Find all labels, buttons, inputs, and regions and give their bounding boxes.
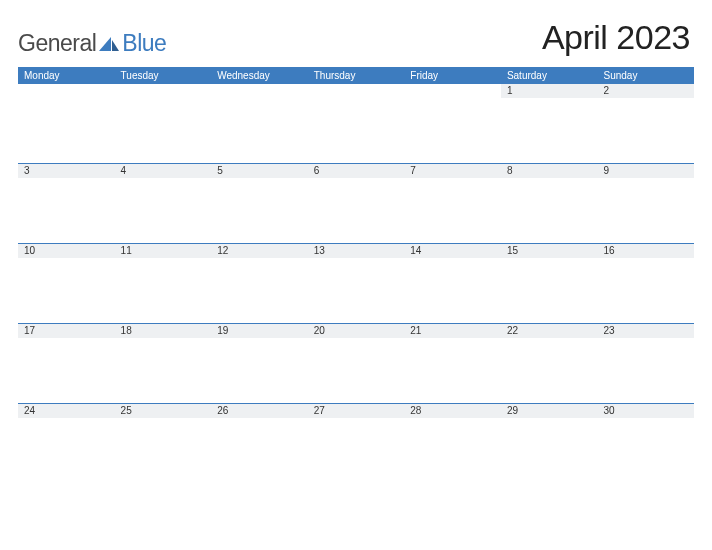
day-cell: 22: [501, 324, 598, 403]
day-number: 4: [121, 165, 127, 176]
day-cell: 24: [18, 404, 115, 483]
dow-thursday: Thursday: [308, 70, 405, 81]
day-cell: 11: [115, 244, 212, 323]
logo-word-1: General: [18, 30, 96, 57]
day-cell: 17: [18, 324, 115, 403]
day-cell: 12: [211, 244, 308, 323]
day-cell: 13: [308, 244, 405, 323]
dow-sunday: Sunday: [597, 70, 694, 81]
day-cell: 5: [211, 164, 308, 243]
day-cell: 16: [597, 244, 694, 323]
day-number: 8: [507, 165, 513, 176]
day-cell: 14: [404, 244, 501, 323]
day-number: 21: [410, 325, 421, 336]
brand-logo: General Blue: [18, 30, 166, 57]
day-number: 16: [603, 245, 614, 256]
day-cell: 8: [501, 164, 598, 243]
day-number: 25: [121, 405, 132, 416]
day-cell: [115, 84, 212, 163]
day-cell: [18, 84, 115, 163]
day-cell: 25: [115, 404, 212, 483]
day-cell: 21: [404, 324, 501, 403]
week-row: 3 4 5 6 7 8 9: [18, 163, 694, 243]
day-cell: 9: [597, 164, 694, 243]
day-cell: [404, 84, 501, 163]
day-cell: 20: [308, 324, 405, 403]
day-number: 20: [314, 325, 325, 336]
day-cell: 18: [115, 324, 212, 403]
day-cell: 6: [308, 164, 405, 243]
day-cell: 19: [211, 324, 308, 403]
day-of-week-row: Monday Tuesday Wednesday Thursday Friday…: [18, 67, 694, 83]
day-number: 29: [507, 405, 518, 416]
day-cell: 10: [18, 244, 115, 323]
day-cell: 4: [115, 164, 212, 243]
day-cell: 29: [501, 404, 598, 483]
day-cell: 3: [18, 164, 115, 243]
logo-word-2: Blue: [122, 30, 166, 57]
week-row: 17 18 19 20 21 22 23: [18, 323, 694, 403]
calendar-header: General Blue April 2023: [18, 18, 694, 57]
day-number: 1: [507, 85, 513, 96]
week-row: 24 25 26 27 28 29 30: [18, 403, 694, 483]
day-cell: 30: [597, 404, 694, 483]
day-cell: [308, 84, 405, 163]
day-cell: 1: [501, 84, 598, 163]
day-cell: 27: [308, 404, 405, 483]
dow-wednesday: Wednesday: [211, 70, 308, 81]
day-number: 26: [217, 405, 228, 416]
calendar-title: April 2023: [542, 18, 694, 57]
day-number: 17: [24, 325, 35, 336]
day-number: 11: [121, 245, 132, 256]
dow-tuesday: Tuesday: [115, 70, 212, 81]
day-number: 19: [217, 325, 228, 336]
dow-monday: Monday: [18, 70, 115, 81]
day-cell: [211, 84, 308, 163]
day-cell: 7: [404, 164, 501, 243]
day-number: 15: [507, 245, 518, 256]
week-row: 10 11 12 13 14 15 16: [18, 243, 694, 323]
day-cell: 26: [211, 404, 308, 483]
dow-saturday: Saturday: [501, 70, 598, 81]
day-number: 10: [24, 245, 35, 256]
day-number: 27: [314, 405, 325, 416]
day-number: 24: [24, 405, 35, 416]
day-number: 13: [314, 245, 325, 256]
day-number: 22: [507, 325, 518, 336]
day-number: 14: [410, 245, 421, 256]
dow-friday: Friday: [404, 70, 501, 81]
calendar-grid: Monday Tuesday Wednesday Thursday Friday…: [18, 67, 694, 483]
day-number: 7: [410, 165, 416, 176]
week-row: 1 2: [18, 83, 694, 163]
day-number: 9: [603, 165, 609, 176]
day-number: 5: [217, 165, 223, 176]
day-cell: 2: [597, 84, 694, 163]
day-number: 2: [603, 85, 609, 96]
day-number: 28: [410, 405, 421, 416]
day-number: 30: [603, 405, 614, 416]
day-number: 18: [121, 325, 132, 336]
day-cell: 15: [501, 244, 598, 323]
day-cell: 23: [597, 324, 694, 403]
day-number: 6: [314, 165, 320, 176]
day-number: 23: [603, 325, 614, 336]
day-number: 12: [217, 245, 228, 256]
logo-sail-icon: [99, 37, 119, 51]
day-cell: 28: [404, 404, 501, 483]
day-number: 3: [24, 165, 30, 176]
